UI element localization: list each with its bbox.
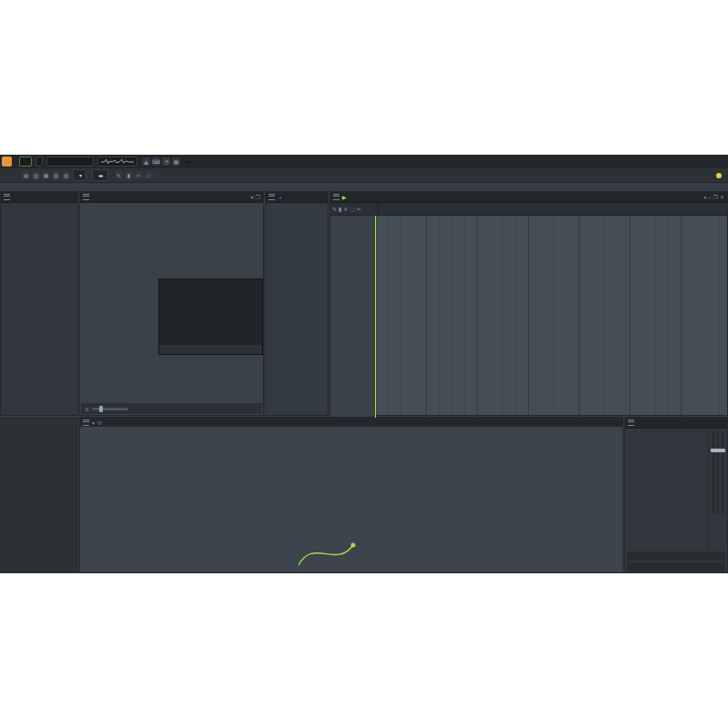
playlist-play-icon[interactable]: ▶ — [342, 192, 347, 202]
pattern-selector[interactable]: ◂▸ — [92, 169, 108, 181]
graph-editor — [158, 278, 263, 355]
playlist-snap-icon[interactable]: ▾ — [703, 192, 706, 202]
channel-rack-panel: ▾ ❐ ≋ — [79, 191, 264, 416]
rack-options-icon[interactable]: ▾ — [251, 192, 254, 202]
time-display — [46, 157, 94, 167]
send-fader-2[interactable] — [717, 432, 719, 514]
pl-paint-tool-icon[interactable]: ▮ — [339, 206, 341, 212]
record-countdown-icon[interactable]: ◔ — [162, 157, 170, 166]
pattern-picker-panel: ＋ — [265, 191, 329, 416]
oscilloscope-waveform — [101, 157, 134, 166]
browser-panel — [0, 191, 78, 416]
transport-controls — [19, 157, 32, 167]
left-void-area — [0, 417, 78, 573]
picker-menu-icon[interactable] — [268, 194, 275, 200]
typing-keyboard-icon[interactable]: ⌨ — [152, 157, 160, 166]
metronome-icon[interactable]: ▲ — [142, 157, 150, 166]
mixer-strips — [80, 427, 622, 572]
mixer-header: ▾ ⟳ — [80, 418, 622, 427]
channel-rack-menu-icon[interactable] — [83, 194, 89, 200]
step-edit-icon[interactable]: ▦ — [172, 157, 180, 166]
playhead[interactable] — [375, 216, 376, 418]
oscilloscope — [97, 157, 137, 167]
rack-footer: ≋ — [81, 403, 262, 414]
playlist-lanes[interactable] — [375, 216, 727, 418]
send-fader-1[interactable] — [713, 432, 714, 514]
playlist-close-icon[interactable]: ✕ — [720, 192, 724, 202]
slice-tool-icon[interactable]: ✂ — [135, 171, 143, 179]
playlist-zoom-icon[interactable]: ⌕ — [708, 192, 711, 202]
snap-selector[interactable]: ▾ — [73, 169, 86, 181]
menu-bar: ▲ ⌨ ◔ ▦ — [0, 155, 728, 168]
playlist-track-headers — [330, 216, 375, 418]
send-faders — [708, 429, 727, 551]
fl-studio-window: ▲ ⌨ ◔ ▦ ▤ ▥ — [0, 155, 728, 573]
audio-input-selector[interactable] — [627, 551, 725, 561]
picker-add-icon[interactable]: ＋ — [278, 192, 283, 202]
bulb-icon — [716, 173, 722, 178]
plugin-panel-header — [625, 418, 727, 429]
browser-toggle-icon[interactable]: ▨ — [62, 171, 70, 179]
piano-roll-toggle-icon[interactable]: ▥ — [32, 171, 40, 179]
graph-editor-targets — [159, 345, 262, 354]
sidechain-cable — [297, 534, 360, 571]
mixer-plugin-panel — [624, 417, 728, 573]
fx-slot-list — [625, 429, 708, 551]
audio-output-selector[interactable] — [627, 562, 725, 571]
pl-slice-tool-icon[interactable]: ✂ — [357, 206, 361, 212]
news-hint[interactable] — [716, 173, 724, 178]
plugin-panel-body — [625, 429, 727, 551]
tempo-display[interactable] — [35, 157, 43, 167]
playlist-toggle-icon[interactable]: ▤ — [22, 171, 30, 179]
mixer-options-icon[interactable]: ▾ — [92, 418, 95, 428]
rack-detach-icon[interactable]: ❐ — [256, 192, 260, 202]
playlist-ruler[interactable] — [379, 203, 727, 215]
mixer-toggle-icon[interactable]: ▧ — [52, 171, 60, 179]
draw-tool-icon[interactable]: ✎ — [115, 171, 123, 179]
playlist-toolbar: ✎ ▮ ✕ ◌ ✂ — [330, 203, 727, 216]
edit-tool-icons: ✎ ▮ ✂ ⌕ — [115, 171, 153, 179]
send-fader-3[interactable] — [722, 432, 723, 514]
panel-toggle-icons: ▤ ▥ ▦ ▧ ▨ — [22, 171, 70, 179]
paint-tool-icon[interactable]: ▮ — [125, 171, 133, 179]
plugin-panel-menu-icon[interactable] — [628, 420, 634, 426]
playlist-clips — [375, 216, 727, 418]
toolbar-icon-cluster: ▲ ⌨ ◔ ▦ — [142, 157, 180, 166]
swing-slider[interactable] — [92, 408, 128, 410]
secondary-toolbar: ▤ ▥ ▦ ▧ ▨ ▾ ◂▸ ✎ ▮ ✂ ⌕ — [0, 168, 728, 183]
playlist-menu-icon[interactable] — [333, 194, 339, 200]
pl-delete-tool-icon[interactable]: ✕ — [343, 206, 348, 212]
playlist-detach-icon[interactable]: ❐ — [713, 192, 718, 202]
playlist-tools: ✎ ▮ ✕ ◌ ✂ — [330, 203, 379, 215]
pl-draw-tool-icon[interactable]: ✎ — [332, 206, 337, 212]
app-logo-icon[interactable] — [2, 157, 12, 167]
picker-header: ＋ — [266, 192, 328, 203]
graph-editor-bars — [159, 279, 262, 345]
zoom-tool-icon[interactable]: ⌕ — [145, 171, 153, 179]
cpu-panel — [185, 161, 190, 163]
page-canvas: ▲ ⌨ ◔ ▦ ▤ ▥ — [0, 0, 728, 728]
playlist-panel: ▶ ▾ ⌕ ❐ ✕ ✎ ▮ ✕ ◌ ✂ — [329, 191, 728, 416]
mixer-menu-icon[interactable] — [83, 420, 89, 426]
channel-rack-header: ▾ ❐ — [80, 192, 263, 203]
swing-label-icon: ≋ — [85, 404, 89, 414]
pl-mute-tool-icon[interactable]: ◌ — [349, 206, 354, 212]
mixer-link-icon[interactable]: ⟳ — [97, 418, 102, 428]
playlist-body — [330, 216, 727, 418]
playlist-header: ▶ ▾ ⌕ ❐ ✕ — [330, 192, 727, 203]
browser-header — [1, 192, 77, 203]
browser-menu-icon[interactable] — [4, 194, 10, 200]
channel-rack-toggle-icon[interactable]: ▦ — [42, 171, 50, 179]
mixer-panel: ▾ ⟳ — [79, 417, 623, 573]
